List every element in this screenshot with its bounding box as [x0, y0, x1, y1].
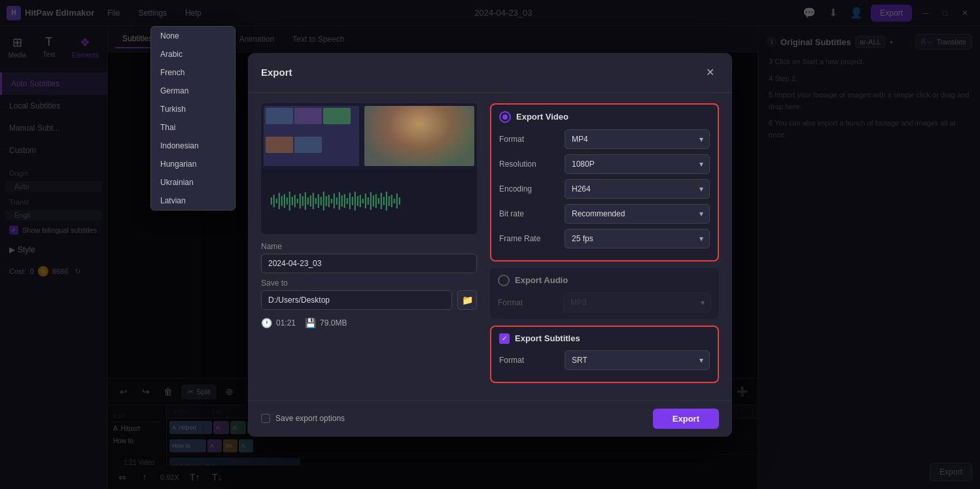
lang-latvian[interactable]: Latvian [151, 192, 235, 210]
svg-rect-8 [292, 197, 293, 205]
svg-rect-6 [287, 197, 288, 205]
lang-indonesian[interactable]: Indonesian [151, 137, 235, 155]
audio-radio[interactable] [498, 275, 510, 286]
save-to-field: Save to 📁 [261, 278, 477, 310]
framerate-row: Frame Rate 24 fps25 fps30 fps60 fps [499, 229, 710, 248]
audio-format-select[interactable]: MP3AACWAV [563, 293, 711, 312]
svg-rect-26 [339, 192, 340, 210]
preview-bottom [261, 169, 477, 234]
lang-turkish[interactable]: Turkish [151, 100, 235, 118]
audio-section-header: Export Audio [498, 275, 711, 286]
folder-button[interactable]: 📁 [457, 290, 477, 310]
encoding-select[interactable]: H264H265VP9 [565, 179, 710, 199]
framerate-select[interactable]: 24 fps25 fps30 fps60 fps [565, 229, 710, 248]
export-audio-section: Export Audio Format MP3AACWAV [490, 268, 719, 319]
save-options-checkbox[interactable] [261, 414, 270, 423]
video-section-title: Export Video [516, 112, 569, 122]
export-subtitles-section: ✓ Export Subtitles Format SRTASSVTT [490, 326, 719, 383]
resolution-select[interactable]: 4K2K1080P720P [565, 154, 710, 174]
framerate-select-wrapper: 24 fps25 fps30 fps60 fps [565, 229, 710, 248]
clock-icon: 🕐 [261, 318, 272, 328]
svg-rect-15 [310, 195, 311, 207]
bitrate-label: Bit rate [499, 209, 565, 218]
svg-rect-25 [336, 197, 338, 205]
svg-rect-42 [381, 193, 382, 209]
svg-rect-24 [334, 194, 335, 209]
format-select[interactable]: MP4MOVAVIMKV [565, 129, 710, 149]
lang-french[interactable]: French [151, 63, 235, 82]
subtitle-format-select[interactable]: SRTASSVTT [565, 350, 710, 370]
audio-format-select-wrapper: MP3AACWAV [563, 293, 711, 312]
svg-rect-29 [347, 198, 348, 204]
lang-thai[interactable]: Thai [151, 118, 235, 137]
filesize-item: 💾 79.0MB [305, 318, 347, 328]
svg-rect-27 [341, 195, 343, 207]
name-label: Name [261, 242, 477, 251]
svg-rect-1 [273, 195, 275, 207]
svg-rect-33 [357, 196, 359, 206]
export-modal: Export ✕ [248, 53, 732, 437]
svg-rect-28 [344, 194, 345, 208]
duration-item: 🕐 01:21 [261, 318, 296, 328]
lang-hungarian[interactable]: Hungarian [151, 155, 235, 173]
modal-preview-section: Name Save to 📁 🕐 01:21 [261, 103, 477, 390]
svg-rect-34 [360, 195, 361, 207]
lang-german[interactable]: German [151, 82, 235, 100]
subtitles-checkbox[interactable]: ✓ [499, 333, 510, 344]
bitrate-select[interactable]: RecommendedLowMediumHigh [565, 204, 710, 224]
preview-placeholder [261, 103, 477, 234]
video-preview [261, 103, 477, 234]
svg-rect-21 [326, 196, 327, 206]
svg-rect-16 [313, 193, 314, 209]
svg-rect-31 [352, 197, 353, 205]
svg-rect-43 [383, 197, 385, 205]
save-options-row: Save export options [261, 414, 345, 423]
name-input[interactable] [261, 254, 477, 273]
svg-rect-9 [294, 195, 296, 207]
encoding-select-wrapper: H264H265VP9 [565, 179, 710, 199]
subtitle-format-label: Format [499, 356, 565, 365]
save-to-input[interactable] [261, 290, 452, 310]
modal-overlay: Export ✕ [0, 0, 980, 489]
video-radio[interactable] [499, 111, 511, 123]
svg-rect-35 [362, 199, 364, 203]
waveform-svg [266, 190, 472, 212]
svg-rect-48 [396, 194, 398, 209]
resolution-label: Resolution [499, 160, 565, 169]
filesize-value: 79.0MB [320, 318, 347, 328]
audio-format-label: Format [498, 298, 563, 307]
resolution-row: Resolution 4K2K1080P720P [499, 154, 710, 174]
svg-rect-39 [373, 195, 374, 207]
save-options-label: Save export options [275, 414, 345, 423]
modal-body: Name Save to 📁 🕐 01:21 [248, 93, 732, 400]
svg-rect-40 [376, 194, 377, 208]
audio-preview-waveform [266, 190, 472, 212]
svg-rect-23 [331, 199, 332, 203]
language-dropdown[interactable]: None Arabic French German Turkish Thai I… [150, 26, 236, 211]
svg-rect-3 [279, 193, 280, 209]
audio-format-row: Format MP3AACWAV [498, 293, 711, 312]
svg-rect-11 [300, 194, 301, 209]
lang-arabic[interactable]: Arabic [151, 45, 235, 63]
format-label: Format [499, 135, 565, 144]
svg-rect-12 [302, 196, 304, 206]
preview-thumbnails [264, 106, 359, 166]
lang-none[interactable]: None [151, 27, 235, 45]
svg-rect-46 [391, 195, 393, 207]
lang-ukrainian[interactable]: Ukrainian [151, 173, 235, 192]
svg-rect-19 [321, 197, 322, 205]
svg-rect-0 [271, 197, 272, 205]
export-modal-button[interactable]: Export [653, 409, 719, 429]
modal-close-button[interactable]: ✕ [701, 63, 719, 82]
subtitles-section-header: ✓ Export Subtitles [499, 333, 710, 344]
svg-rect-41 [378, 198, 379, 204]
meta-row: 🕐 01:21 💾 79.0MB [261, 318, 477, 328]
svg-rect-2 [276, 199, 277, 203]
preview-top [261, 103, 477, 169]
format-row: Format MP4MOVAVIMKV [499, 129, 710, 149]
format-select-wrapper: MP4MOVAVIMKV [565, 129, 710, 149]
svg-rect-38 [370, 192, 372, 210]
svg-rect-14 [307, 197, 309, 205]
svg-rect-4 [281, 196, 283, 206]
svg-rect-5 [284, 194, 285, 208]
